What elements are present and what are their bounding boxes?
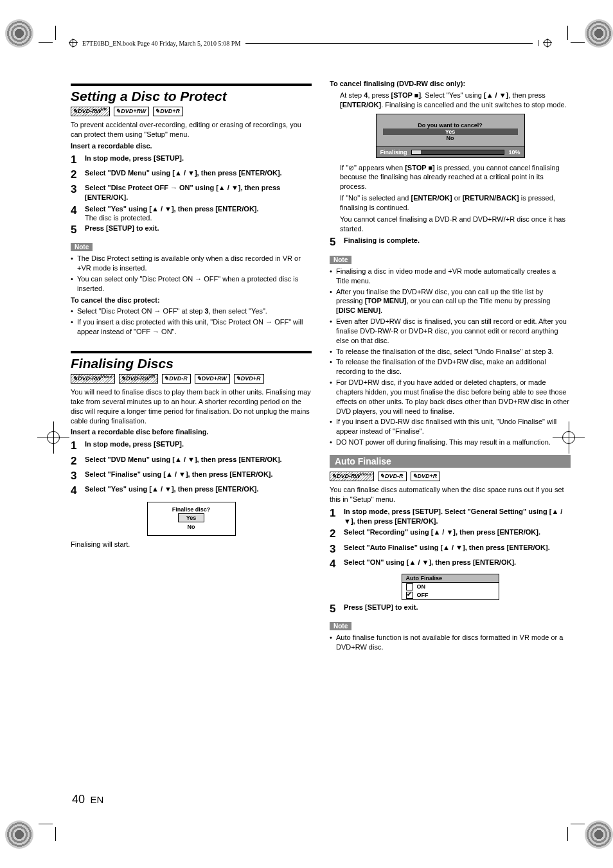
progress-label: Finalising xyxy=(380,149,407,155)
finalise-complete-step: 5Finalising is complete. xyxy=(330,236,571,249)
note-label: Note xyxy=(330,256,351,264)
note-item: Auto finalise function is not available … xyxy=(330,633,571,652)
cancel-dialog-question: Do you want to cancel? xyxy=(383,122,518,128)
disc-badge: ✎DVD-RWVideo xyxy=(330,472,374,481)
step-number: 5 xyxy=(71,224,85,236)
cancel-finalise-heading: To cancel finalising (DVD-RW disc only): xyxy=(330,79,571,89)
cancel-finalise-text: At step 4, press [STOP ■]. Select "Yes" … xyxy=(340,91,571,110)
finalise-steps: 1In stop mode, press [SETUP]. 2Select "D… xyxy=(71,439,312,498)
protect-steps: 1In stop mode, press [SETUP]. 2Select "D… xyxy=(71,154,312,237)
checkbox-icon xyxy=(406,583,413,590)
step-number: 1 xyxy=(71,154,85,166)
cancel-dialog-yes: Yes xyxy=(383,128,518,135)
note-item: To release the finalisation of the disc,… xyxy=(330,347,571,357)
step-text: In stop mode, press [SETUP]. Select "Gen… xyxy=(344,507,571,526)
finalise-notes: Finalising a disc in video mode and +VR … xyxy=(330,267,571,447)
step-text: Press [SETUP] to exit. xyxy=(85,224,312,233)
step-number: 2 xyxy=(71,168,85,181)
cancel-protect-heading: To cancel the disc protect: xyxy=(71,296,312,305)
disc-badge: ✎DVD+R xyxy=(234,374,264,384)
menu-on: ON xyxy=(417,583,426,590)
menu-title: Auto Finalise xyxy=(402,574,499,583)
disc-badge: ✎DVD-RWVideo xyxy=(71,374,115,384)
step-text: Finalising is complete. xyxy=(344,236,571,245)
step-text: In stop mode, press [SETUP]. xyxy=(85,439,312,449)
auto-finalise-step5: 5Press [SETUP] to exit. xyxy=(330,603,571,616)
note-item: For DVD+RW disc, if you have added or de… xyxy=(330,378,571,416)
insert-before-finalise: Insert a recordable disc before finalisi… xyxy=(71,427,312,437)
insert-disc-instruction: Insert a recordable disc. xyxy=(71,141,312,151)
step-text: Select "Yes" using [▲ / ▼], then press [… xyxy=(85,484,312,494)
note-item: To release the finalisation of the DVD+R… xyxy=(330,357,571,376)
rule xyxy=(71,84,312,86)
right-column: To cancel finalising (DVD-RW disc only):… xyxy=(330,77,571,653)
cancel-item: If you insert a disc protected with this… xyxy=(71,317,312,337)
step-text: Select "Finalise" using [▲ / ▼], then pr… xyxy=(85,470,312,479)
disc-badge: ✎DVD+RW xyxy=(195,374,230,384)
note-item: You can select only "Disc Protect ON → O… xyxy=(71,274,312,294)
cancel-dialog-no: No xyxy=(383,135,518,141)
protect-notes: The Disc Protect setting is available on… xyxy=(71,254,312,293)
step-number: 1 xyxy=(71,439,85,452)
step-number: 5 xyxy=(330,603,344,616)
step-text: Select "Recording" using [▲ / ▼], then p… xyxy=(344,527,571,537)
disc-badge: ✎DVD-RWVR xyxy=(71,107,110,116)
section-title-protect: Setting a Disc to Protect xyxy=(71,89,312,104)
note-item: If you insert a DVD-RW disc finalised wi… xyxy=(330,417,571,436)
note-label: Note xyxy=(330,622,351,630)
step-text: Select "Yes" using [▲ / ▼], then press [… xyxy=(85,204,312,214)
prohibit-icon: ⊘ xyxy=(348,164,354,172)
disc-badge: ✎DVD-RWVR xyxy=(119,374,158,384)
page-number: 40 EN xyxy=(72,793,103,806)
cancel-protect-items: Select "Disc Protect ON → OFF" at step 3… xyxy=(71,306,312,337)
note-item: DO NOT power off during finalising. This… xyxy=(330,438,571,447)
disc-badge: ✎DVD+R xyxy=(153,107,183,116)
finalise-dialog: Finalise disc? Yes No xyxy=(147,502,236,536)
progress-bar xyxy=(411,150,505,155)
finalise-intro: You will need to finalise discs to play … xyxy=(71,387,312,425)
finalise-start: Finalising will start. xyxy=(71,540,312,549)
note-item: After you finalise the DVD+RW disc, you … xyxy=(330,287,571,316)
menu-off: OFF xyxy=(417,592,429,598)
step-text: Press [SETUP] to exit. xyxy=(344,603,571,612)
step-number: 5 xyxy=(330,236,344,249)
step-number: 2 xyxy=(330,527,344,540)
auto-finalise-intro: You can finalise discs automatically whe… xyxy=(330,485,571,504)
note-item: The Disc Protect setting is available on… xyxy=(71,254,312,273)
step-number: 3 xyxy=(71,470,85,483)
cancel-item: Select "Disc Protect ON → OFF" at step 3… xyxy=(71,306,312,316)
step-number: 1 xyxy=(330,507,344,526)
dialog-yes: Yes xyxy=(178,513,205,522)
auto-finalise-heading: Auto Finalise xyxy=(330,455,571,468)
step-number: 4 xyxy=(330,558,344,571)
cancel-dialog: Do you want to cancel? Yes No Finalising… xyxy=(376,114,525,158)
note-item: Even after DVD+RW disc is finalised, you… xyxy=(330,317,571,346)
auto-finalise-note: Auto finalise function is not available … xyxy=(330,633,571,652)
dialog-title: Finalise disc? xyxy=(153,506,230,513)
step-text: Select "ON" using [▲ / ▼], then press [E… xyxy=(344,558,571,567)
note-label: Note xyxy=(71,243,93,251)
checkbox-checked-icon xyxy=(406,592,413,599)
step-number: 2 xyxy=(71,455,85,468)
step-number: 3 xyxy=(71,183,85,202)
rule xyxy=(71,351,312,353)
cannot-cancel-note: You cannot cancel finalising a DVD-R and… xyxy=(340,215,571,234)
dialog-no: No xyxy=(153,523,230,531)
step-text: Select "DVD Menu" using [▲ / ▼], then pr… xyxy=(85,168,312,178)
disc-badge: ✎DVD-R xyxy=(162,374,191,384)
step-number: 4 xyxy=(71,204,85,222)
section-title-finalising: Finalising Discs xyxy=(71,356,312,371)
auto-finalise-steps: 1In stop mode, press [SETUP]. Select "Ge… xyxy=(330,507,571,571)
disc-badge: ✎DVD-R xyxy=(378,472,407,481)
disc-badge: ✎DVD+R xyxy=(411,472,441,481)
step-number: 4 xyxy=(71,484,85,497)
protect-intro: To prevent accidental over-recording, ed… xyxy=(71,120,312,139)
left-column: Setting a Disc to Protect ✎DVD-RWVR ✎DVD… xyxy=(71,77,312,653)
progress-percent: 10% xyxy=(508,149,520,155)
ifno-note: If "No" is selected and [ENTER/OK] or [R… xyxy=(340,193,571,213)
disc-badge: ✎DVD+RW xyxy=(114,107,149,116)
step-text: Select "DVD Menu" using [▲ / ▼], then pr… xyxy=(85,455,312,465)
step-text: In stop mode, press [SETUP]. xyxy=(85,154,312,163)
step-text: Select "Disc Protect OFF → ON" using [▲ … xyxy=(85,183,312,202)
note-item: Finalising a disc in video mode and +VR … xyxy=(330,267,571,286)
